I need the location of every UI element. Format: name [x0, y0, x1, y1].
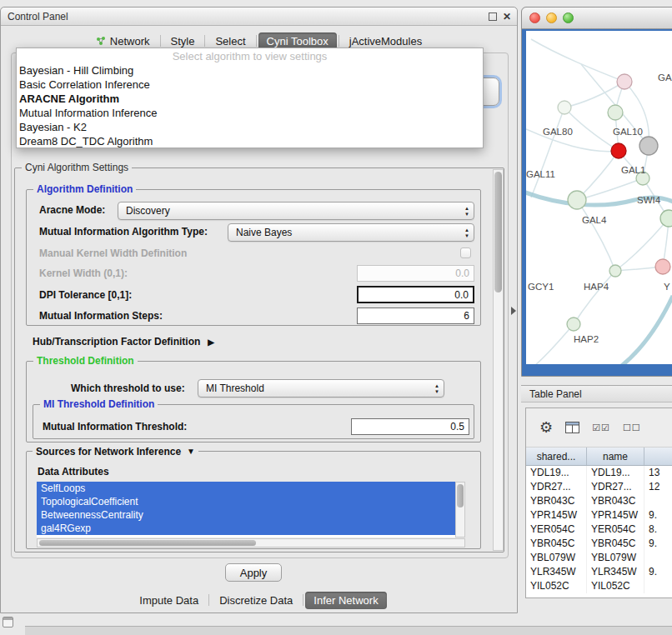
- network-node[interactable]: [611, 143, 626, 158]
- gear-icon[interactable]: ⚙: [539, 418, 553, 437]
- network-canvas[interactable]: GAL8GAL80GAL10GAL11GAL1SWI4GAL4GCY1HAP4Y…: [522, 29, 672, 376]
- algorithm-option[interactable]: Bayesian - K2: [17, 120, 483, 134]
- network-edge: [531, 39, 624, 82]
- network-node[interactable]: [660, 210, 672, 227]
- settings-vscrollbar[interactable]: [493, 169, 504, 551]
- close-icon[interactable]: ✕: [503, 8, 511, 26]
- table-row[interactable]: YBR043CYBR043C: [526, 494, 672, 508]
- column-header[interactable]: name: [587, 448, 644, 465]
- network-node[interactable]: [568, 191, 586, 209]
- data-attribute-item[interactable]: BetweennessCentrality: [37, 508, 455, 522]
- network-node[interactable]: [639, 137, 658, 155]
- data-attribute-item[interactable]: gal4RGexp: [37, 522, 455, 535]
- table-row[interactable]: YLR345WYLR345W9.: [526, 565, 672, 579]
- table-row[interactable]: YBL079WYBL079W: [526, 551, 672, 565]
- network-node[interactable]: [609, 265, 621, 277]
- combo-stepper-icon: ▲▼: [434, 383, 439, 395]
- network-edge: [619, 296, 672, 366]
- sources-title: Sources for Network Inference: [36, 446, 181, 458]
- table-cell: YBL079W: [587, 551, 644, 565]
- float-window-icon[interactable]: [489, 12, 497, 21]
- network-icon: [96, 36, 106, 46]
- apply-button[interactable]: Apply: [225, 563, 282, 582]
- table-cell: YDL19...: [526, 466, 587, 480]
- network-view-window: GAL8GAL80GAL10GAL11GAL1SWI4GAL4GCY1HAP4Y…: [521, 7, 672, 377]
- dropdown-placeholder: Select algorithm to view settings: [17, 49, 483, 63]
- network-graph: GAL8GAL80GAL10GAL11GAL1SWI4GAL4GCY1HAP4Y…: [526, 31, 672, 366]
- algorithm-option[interactable]: Mutual Information Inference: [17, 106, 483, 120]
- table-cell: 13: [644, 466, 672, 480]
- which-threshold-select[interactable]: MI Threshold ▲▼: [198, 379, 444, 398]
- table-row[interactable]: YPR145WYPR145W9.: [526, 508, 672, 522]
- network-node[interactable]: [655, 259, 670, 274]
- bottom-tab-discretize-data[interactable]: Discretize Data: [211, 592, 301, 609]
- minimized-panel-icon[interactable]: [3, 617, 13, 628]
- table-row[interactable]: YIL052CYIL052C: [526, 579, 672, 593]
- algorithm-definition-title: Algorithm Definition: [33, 183, 136, 195]
- mi-type-select[interactable]: Naive Bayes ▲▼: [228, 223, 474, 242]
- columns-icon[interactable]: [565, 422, 579, 433]
- scrollbar-thumb[interactable]: [457, 484, 464, 508]
- mi-steps-field[interactable]: 6: [357, 308, 474, 324]
- algorithm-option[interactable]: Basic Correlation Inference: [17, 78, 483, 92]
- panel-divider-handle[interactable]: [511, 307, 516, 315]
- status-bar: [25, 626, 672, 635]
- tab-label: Impute Data: [139, 594, 198, 607]
- aracne-mode-select[interactable]: Discovery ▲▼: [118, 202, 474, 220]
- data-attributes-list: SelfLoopsTopologicalCoefficientBetweenne…: [37, 482, 455, 538]
- table-row[interactable]: YDR27...YDR27...12: [526, 480, 672, 494]
- algorithm-dropdown-list: Select algorithm to view settings Bayesi…: [16, 48, 484, 148]
- table-body: YDL19...YDL19...13YDR27...YDR27...12YBR0…: [526, 466, 672, 598]
- network-edge: [564, 82, 624, 108]
- column-header[interactable]: shared...: [526, 448, 587, 465]
- table-row[interactable]: YER054CYER054C8.: [526, 522, 672, 537]
- sources-section-header[interactable]: Sources for Network Inference ▼: [33, 445, 198, 458]
- table-row[interactable]: YBR045CYBR045C9.: [526, 537, 672, 551]
- select-all-icon[interactable]: ☑☑: [592, 422, 610, 433]
- deselect-all-icon[interactable]: ☐☐: [623, 422, 641, 433]
- table-cell: YPR145W: [526, 508, 587, 522]
- algorithm-option[interactable]: ARACNE Algorithm: [17, 92, 483, 106]
- node-label: GAL1: [621, 165, 645, 175]
- bottom-tab-infer-network[interactable]: Infer Network: [305, 592, 386, 609]
- dpi-tolerance-field[interactable]: 0.0: [357, 286, 474, 303]
- table-panel: ⚙ ☑☑ ☐☐ shared...name YDL19...YDL19...13…: [525, 408, 672, 598]
- network-node[interactable]: [558, 101, 571, 114]
- node-label: GAL10: [613, 127, 643, 137]
- algorithm-option[interactable]: Dream8 DC_TDC Algorithm: [17, 134, 483, 148]
- table-cell: 8.: [644, 522, 672, 537]
- column-header[interactable]: [644, 448, 672, 465]
- data-attribute-item[interactable]: SelfLoops: [37, 482, 455, 495]
- table-cell: YBR045C: [587, 537, 644, 551]
- tab-label: Cyni Toolbox: [267, 35, 328, 48]
- node-label: GAL80: [543, 127, 573, 137]
- close-traffic-light-icon[interactable]: [529, 12, 540, 23]
- mi-threshold-field[interactable]: 0.5: [351, 418, 469, 435]
- zoom-traffic-light-icon[interactable]: [563, 12, 574, 23]
- algorithm-option[interactable]: Bayesian - Hill Climbing: [17, 63, 483, 78]
- network-node[interactable]: [608, 105, 623, 120]
- scrollbar-thumb[interactable]: [494, 172, 502, 292]
- scrollbar-thumb[interactable]: [39, 540, 256, 546]
- table-cell: YLR345W: [526, 565, 587, 579]
- attributes-list-hscrollbar[interactable]: [37, 538, 465, 548]
- node-label: GAL4: [582, 215, 607, 225]
- mi-threshold-label: Mutual Information Threshold:: [43, 418, 187, 436]
- network-node[interactable]: [567, 318, 580, 331]
- table-cell: YDR27...: [526, 480, 587, 494]
- expand-arrow-icon: ▼: [187, 447, 195, 456]
- table-cell: YDL19...: [587, 466, 644, 480]
- table-cell: [644, 494, 672, 508]
- network-node[interactable]: [617, 74, 632, 89]
- table-cell: YER054C: [526, 522, 587, 537]
- data-attribute-item[interactable]: TopologicalCoefficient: [37, 495, 455, 508]
- node-label: SWI4: [637, 195, 661, 205]
- table-row[interactable]: YDL19...YDL19...13: [526, 466, 672, 480]
- network-window-titlebar[interactable]: [522, 8, 672, 29]
- minimize-traffic-light-icon[interactable]: [546, 12, 557, 23]
- bottom-tab-impute-data[interactable]: Impute Data: [131, 592, 207, 609]
- hub-definition-section[interactable]: Hub/Transcription Factor Definition ▶: [33, 333, 214, 350]
- mi-threshold-title: MI Threshold Definition: [40, 398, 158, 410]
- tab-separator: [256, 35, 257, 47]
- attributes-list-vscrollbar[interactable]: [455, 482, 465, 538]
